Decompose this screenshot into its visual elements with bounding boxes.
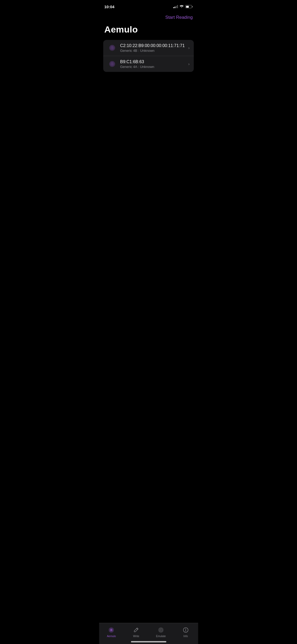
- start-reading-button[interactable]: Start Reading: [165, 14, 193, 21]
- main-content: Start Reading Aemulo C2:10:22:B9:00:00:0…: [99, 12, 198, 96]
- wifi-icon: [180, 4, 184, 9]
- status-icons: [173, 4, 193, 9]
- chevron-right-icon: ›: [188, 62, 190, 66]
- ble-icon: [107, 43, 117, 53]
- device-info: B9:C1:6B:63 Generic 4A : Unknown: [120, 59, 186, 69]
- svg-point-7: [112, 64, 113, 65]
- device-info: C2:10:22:B9:00:00:00:00:11:71:71 Generic…: [120, 43, 186, 53]
- list-item[interactable]: C2:10:22:B9:00:00:00:00:11:71:71 Generic…: [103, 40, 194, 56]
- chevron-right-icon: ›: [188, 46, 190, 50]
- status-time: 10:04: [104, 4, 114, 9]
- list-item[interactable]: B9:C1:6B:63 Generic 4A : Unknown ›: [103, 56, 194, 72]
- status-bar: 10:04: [99, 0, 198, 12]
- header: Start Reading: [99, 12, 198, 22]
- signal-icon: [173, 5, 178, 8]
- device-type: Generic 4A : Unknown: [120, 65, 186, 69]
- page-title: Aemulo: [99, 22, 198, 40]
- device-name: B9:C1:6B:63: [120, 59, 186, 64]
- svg-point-3: [112, 48, 113, 48]
- device-list: C2:10:22:B9:00:00:00:00:11:71:71 Generic…: [103, 40, 194, 72]
- battery-icon: [185, 5, 193, 8]
- device-type: Generic 4B : Unknown: [120, 49, 186, 53]
- device-name: C2:10:22:B9:00:00:00:00:11:71:71: [120, 43, 186, 48]
- ble-icon: [107, 59, 117, 69]
